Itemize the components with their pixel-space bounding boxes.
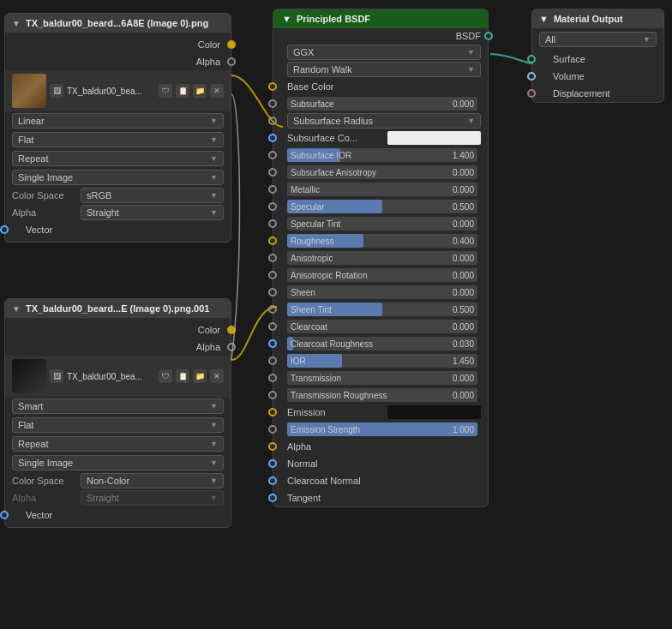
emission-strength-socket[interactable]: [268, 425, 277, 434]
bsdf-header: ▼ Principled BSDF: [273, 9, 488, 28]
specular-socket[interactable]: [268, 202, 277, 211]
close-icon-1[interactable]: ✕: [210, 84, 224, 98]
vector-input-socket-1[interactable]: [0, 225, 9, 234]
transmission-field: Transmission 0.000: [287, 370, 481, 386]
anisotropic-bar[interactable]: Anisotropic 0.000: [287, 251, 477, 265]
subsurface-color-swatch[interactable]: [387, 131, 481, 145]
bsdf-output-socket[interactable]: [484, 32, 493, 40]
alpha-output-socket[interactable]: [227, 57, 236, 66]
shield-icon-2[interactable]: 🛡: [159, 369, 172, 383]
metallic-socket[interactable]: [268, 185, 277, 194]
specular-tint-socket[interactable]: [268, 219, 277, 228]
clearcoat-roughness-socket[interactable]: [268, 339, 277, 348]
clearcoat-bar[interactable]: Clearcoat 0.000: [287, 320, 477, 333]
colorspace-row-1: Color Space sRGB ▼: [5, 187, 231, 204]
mat-collapse-arrow[interactable]: ▼: [539, 14, 549, 24]
copy-icon-1[interactable]: 📋: [176, 84, 189, 98]
clearcoat-roughness-value: 0.030: [453, 339, 474, 349]
collapse-arrow-2[interactable]: ▼: [12, 304, 21, 314]
normal-socket[interactable]: [268, 459, 277, 468]
bsdf-collapse-arrow[interactable]: ▼: [282, 14, 291, 24]
specular-tint-bar[interactable]: Specular Tint 0.000: [287, 217, 477, 231]
sheen-tint-bar[interactable]: Sheen Tint 0.500: [287, 303, 477, 316]
transmission-bar[interactable]: Transmission 0.000: [287, 371, 477, 385]
anisotropic-rotation-socket[interactable]: [268, 271, 277, 279]
emission-strength-bar[interactable]: Emission Strength 1.000: [287, 422, 477, 436]
copy-icon-2[interactable]: 📋: [176, 369, 189, 383]
mat-volume-row: Volume: [532, 68, 663, 85]
roughness-socket[interactable]: [268, 237, 277, 245]
folder-icon-2[interactable]: 📁: [193, 369, 207, 383]
projection-dropdown-1[interactable]: Flat ▼: [12, 132, 224, 147]
subsurface-socket[interactable]: [268, 99, 277, 108]
ior-socket[interactable]: [268, 356, 277, 365]
emission-socket[interactable]: [268, 408, 277, 416]
extension-row-1: Repeat ▼: [5, 149, 231, 168]
subsurface-ior-bar[interactable]: Subsurface IOR 1.400: [287, 148, 477, 162]
transmission-roughness-bar[interactable]: Transmission Roughness 0.000: [287, 388, 477, 402]
interpolation-dropdown-1[interactable]: Linear ▼: [12, 113, 224, 129]
subsurface-method-dropdown[interactable]: Random Walk ▼: [287, 62, 481, 77]
alpha-label-1: Alpha: [12, 207, 81, 218]
bsdf-output-label: BSDF: [456, 31, 481, 41]
clearcoat-roughness-bar[interactable]: Clearcoat Roughness 0.030: [287, 337, 477, 350]
subsurface-bar[interactable]: Subsurface 0.000: [287, 97, 477, 111]
subsurface-aniso-bar[interactable]: Subsurface Anisotropy 0.000: [287, 165, 477, 179]
subsurface-aniso-socket[interactable]: [268, 168, 277, 177]
source-dropdown-1[interactable]: Single Image ▼: [12, 170, 224, 185]
tangent-socket[interactable]: [268, 494, 277, 502]
alpha-dropdown-1[interactable]: Straight ▼: [81, 205, 224, 220]
alpha-output-socket-2[interactable]: [227, 343, 236, 351]
subsurface-ior-socket[interactable]: [268, 151, 277, 159]
clearcoat-socket[interactable]: [268, 322, 277, 331]
emission-swatch[interactable]: [387, 405, 481, 419]
image-icon-2[interactable]: 🖼: [50, 369, 63, 383]
colorspace-dropdown-1[interactable]: sRGB ▼: [81, 188, 224, 203]
mat-surface-socket[interactable]: [527, 55, 536, 63]
transmission-socket[interactable]: [268, 374, 277, 382]
sheen-socket[interactable]: [268, 288, 277, 297]
vector-input-socket-2[interactable]: [0, 511, 9, 519]
extension-dropdown-1[interactable]: Repeat ▼: [12, 151, 224, 166]
transmission-label: Transmission: [291, 374, 341, 383]
bsdf-field-transmission-roughness: Transmission Roughness 0.000: [273, 386, 488, 404]
anisotropic-rotation-bar[interactable]: Anisotropic Rotation 0.000: [287, 268, 477, 282]
close-icon-2[interactable]: ✕: [210, 369, 224, 383]
anisotropic-label: Anisotropic: [291, 254, 333, 263]
distribution-dropdown[interactable]: GGX ▼: [287, 45, 481, 60]
color-output-socket[interactable]: [227, 40, 236, 49]
sheen-tint-socket[interactable]: [268, 305, 277, 314]
alpha-socket[interactable]: [268, 442, 277, 451]
subsurface-radius-dropdown[interactable]: Subsurface Radius ▼: [287, 113, 481, 129]
colorspace-chevron-2: ▼: [210, 476, 218, 485]
interpolation-dropdown-2[interactable]: Smart ▼: [12, 398, 224, 414]
colorspace-dropdown-2[interactable]: Non-Color ▼: [81, 473, 224, 488]
anisotropic-rotation-label: Anisotropic Rotation: [291, 271, 368, 280]
ior-bar[interactable]: IOR 1.450: [287, 354, 477, 368]
sheen-bar[interactable]: Sheen 0.000: [287, 285, 477, 299]
clearcoat-normal-socket[interactable]: [268, 476, 277, 485]
mat-all-dropdown[interactable]: All ▼: [539, 32, 657, 47]
collapse-arrow-1[interactable]: ▼: [12, 19, 21, 28]
extension-dropdown-2[interactable]: Repeat ▼: [12, 436, 224, 452]
alpha-output-label: Alpha: [193, 57, 224, 67]
subsurface-color-socket[interactable]: [268, 134, 277, 142]
base-color-socket[interactable]: [268, 82, 277, 91]
mat-volume-socket[interactable]: [527, 72, 536, 81]
anisotropic-socket[interactable]: [268, 254, 277, 262]
shield-icon-1[interactable]: 🛡: [159, 84, 172, 98]
image-icon-1[interactable]: 🖼: [50, 84, 63, 98]
bsdf-field-emission: Emission: [273, 404, 488, 421]
source-dropdown-2[interactable]: Single Image ▼: [12, 455, 224, 470]
projection-dropdown-2[interactable]: Flat ▼: [12, 417, 224, 433]
mat-surface-label: Surface: [539, 54, 589, 64]
transmission-roughness-socket[interactable]: [268, 391, 277, 399]
metallic-bar[interactable]: Metallic 0.000: [287, 183, 477, 196]
subsurface-radius-socket[interactable]: [268, 117, 277, 125]
roughness-bar[interactable]: Roughness 0.400: [287, 234, 477, 248]
mat-displacement-socket[interactable]: [527, 89, 536, 98]
folder-icon-1[interactable]: 📁: [193, 84, 207, 98]
color-output-socket-2[interactable]: [227, 326, 236, 334]
specular-bar[interactable]: Specular 0.500: [287, 200, 477, 213]
output-color-row-2: Color: [5, 321, 231, 338]
